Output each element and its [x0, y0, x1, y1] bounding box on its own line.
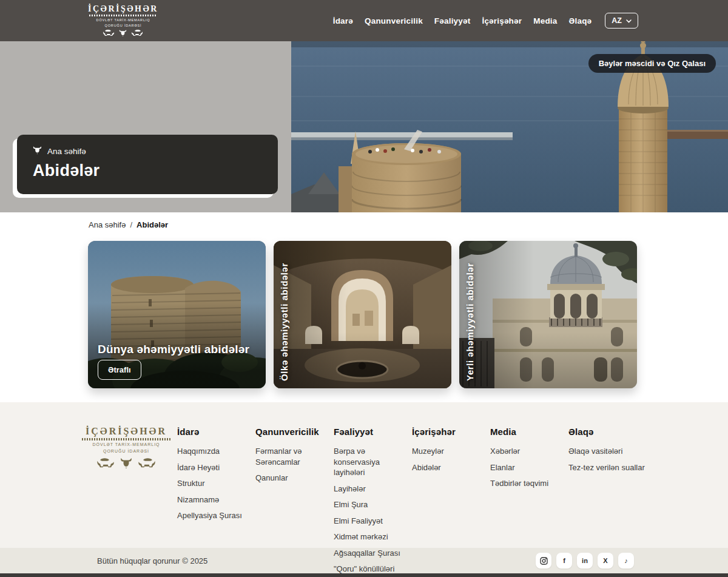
footer-link-xeberler[interactable]: Xəbərlər: [490, 446, 559, 457]
footer-link-tedbirler[interactable]: Tədbirlər təqvimi: [490, 478, 559, 489]
footer-link-idare-heyeti[interactable]: İdarə Heyəti: [177, 462, 246, 473]
page-title: Abidələr: [33, 161, 262, 180]
footer-link-xidmet[interactable]: Xidmət mərkəzi: [334, 531, 402, 542]
header: İÇƏRİŞƏHƏR DÖVLƏT TARİX-MEMARLIQ QORUĞU …: [0, 0, 728, 41]
logo-divider: [89, 15, 157, 16]
footer-link-fermanlar[interactable]: Fərmanlar və Sərəncamlar: [255, 446, 324, 467]
footer-col-title: İçərişəhər: [412, 427, 480, 437]
footer-col-media: Media Xəbərlər Elanlar Tədbirlər təqvimi: [490, 427, 559, 548]
logo-subtitle-line1: DÖVLƏT TARİX-MEMARLIQ: [88, 18, 158, 22]
footer-col-title: Əlaqə: [568, 427, 662, 437]
card-gradient-overlay: [459, 241, 637, 388]
language-label: AZ: [612, 16, 622, 25]
breadcrumb-current: Abidələr: [136, 220, 168, 229]
lion-icon: [96, 458, 115, 468]
card-gradient-overlay: [274, 241, 451, 388]
details-button[interactable]: Ətraflı: [98, 360, 141, 380]
breadcrumb: Ana səhifə/Abidələr: [89, 220, 728, 229]
card-country-monuments[interactable]: Ölkə əhəmiyyətli abidələr: [274, 241, 451, 388]
nav-item-media[interactable]: Media: [533, 16, 557, 25]
nav-item-elaqe[interactable]: Əlaqə: [569, 16, 592, 25]
footer-link-nizamname[interactable]: Nizamnamə: [177, 494, 246, 505]
bull-icon: [120, 458, 132, 468]
lion-icon: [138, 458, 156, 468]
breadcrumb-home-link[interactable]: Ana səhifə: [89, 220, 126, 229]
card-world-title: Dünya əhəmiyyətli abidələr: [98, 343, 249, 356]
linkedin-icon[interactable]: in: [577, 553, 593, 569]
footer-link-elmi-sura[interactable]: Elmi Şura: [334, 499, 402, 510]
logo-title: İÇƏRİŞƏHƏR: [88, 5, 158, 13]
footer-link-haqqimizda[interactable]: Haqqımızda: [177, 446, 246, 457]
footer-logo-subtitle-line2: QORUĞU İDARƏSİ: [81, 448, 172, 455]
footer-link-elaqe-vasiteleri[interactable]: Əlaqə vasitələri: [568, 446, 662, 457]
copyright-text: Bütün hüquqlar qorunur © 2025: [97, 556, 207, 565]
main-content: Ana səhifə/Abidələr: [0, 212, 728, 402]
card-country-title: Ölkə əhəmiyyətli abidələr: [279, 263, 289, 381]
footer-logo-subtitle-line1: DÖVLƏT TARİX-MEMARLIQ: [81, 442, 172, 448]
footer-logo-divider: [82, 438, 170, 440]
footer-link-elanlar[interactable]: Elanlar: [490, 462, 559, 473]
footer-col-icerisheher: İçərişəhər Muzeylər Abidələr: [412, 427, 480, 548]
footer-col-fealiyyet: Fəaliyyət Bərpa və konservasiya layihələ…: [334, 427, 402, 548]
bull-icon: [33, 146, 42, 156]
monument-cards: Dünya əhəmiyyətli abidələr Ətraflı: [88, 241, 728, 388]
footer-link-agsaqqallar[interactable]: Ağsaqqallar Şurası: [334, 548, 402, 559]
instagram-icon[interactable]: [536, 553, 551, 569]
hero-caption-badge: Bəylər məscidi və Qız Qalası: [588, 54, 716, 73]
footer-link-apellyasiya[interactable]: Apellyasiya Şurası: [177, 510, 246, 521]
footer-col-title: Fəaliyyət: [334, 427, 402, 437]
card-world-monuments[interactable]: Dünya əhəmiyyətli abidələr Ətraflı: [88, 241, 266, 388]
footer-link-faq[interactable]: Tez-tez verilən suallar: [568, 462, 662, 473]
footer: İÇƏRİŞƏHƏR DÖVLƏT TARİX-MEMARLIQ QORUĞU …: [0, 402, 728, 548]
footer-link-berpa[interactable]: Bərpa və konservasiya layihələri: [334, 446, 402, 478]
social-links: f in X ♪: [536, 553, 634, 569]
footer-col-title: İdarə: [177, 427, 246, 437]
language-selector[interactable]: AZ: [605, 13, 638, 29]
logo-subtitle-line2: QORUĞU İDARƏSİ: [88, 23, 158, 28]
hero-section: Bəylər məscidi və Qız Qalası Ana səhifə …: [0, 41, 728, 212]
nav-item-fealiyyet[interactable]: Fəaliyyət: [434, 16, 471, 25]
facebook-icon[interactable]: f: [556, 553, 572, 569]
footer-columns: İdarə Haqqımızda İdarə Heyəti Struktur N…: [177, 427, 662, 548]
tiktok-icon[interactable]: ♪: [618, 553, 634, 569]
page-title-box: Ana səhifə Abidələr: [17, 135, 278, 194]
card-local-monuments[interactable]: Yerli əhəmiyyətli abidələr: [459, 241, 637, 388]
footer-link-qoru[interactable]: "Qoru" könüllüləri: [334, 564, 402, 575]
nav-item-icerisheher[interactable]: İçərişəhər: [482, 16, 522, 25]
footer-col-title: Media: [490, 427, 559, 437]
card-local-title: Yerli əhəmiyyətli abidələr: [465, 263, 475, 381]
footer-logo-title: İÇƏRİŞƏHƏR: [81, 427, 172, 436]
lion-icon: [131, 30, 143, 36]
footer-link-abideler[interactable]: Abidələr: [412, 462, 480, 473]
footer-link-muzeyler[interactable]: Muzeylər: [412, 446, 480, 457]
main-nav: İdarə Qanunvericilik Fəaliyyət İçərişəhə…: [333, 13, 638, 29]
nav-item-qanunvericilik[interactable]: Qanunvericilik: [365, 16, 423, 25]
footer-col-idare: İdarə Haqqımızda İdarə Heyəti Struktur N…: [177, 427, 246, 548]
lion-icon: [103, 30, 115, 36]
bull-icon: [119, 30, 127, 36]
breadcrumb-separator: /: [130, 220, 132, 229]
hero-breadcrumb-label[interactable]: Ana səhifə: [47, 147, 86, 156]
footer-link-layiheler[interactable]: Layihələr: [334, 484, 402, 494]
chevron-down-icon: [626, 16, 632, 25]
x-icon[interactable]: X: [598, 553, 613, 569]
footer-link-elmi-fealiyyet[interactable]: Elmi Fəaliyyət: [334, 516, 402, 527]
footer-link-qanunlar[interactable]: Qanunlar: [255, 473, 324, 484]
footer-col-elaqe: Əlaqə Əlaqə vasitələri Tez-tez verilən s…: [568, 427, 662, 548]
footer-col-title: Qanunvericilik: [255, 427, 324, 437]
site-logo[interactable]: İÇƏRİŞƏHƏR DÖVLƏT TARİX-MEMARLIQ QORUĞU …: [88, 5, 158, 36]
footer-col-qanunvericilik: Qanunvericilik Fərmanlar və Sərəncamlar …: [255, 427, 324, 548]
footer-link-struktur[interactable]: Struktur: [177, 478, 246, 489]
footer-logo[interactable]: İÇƏRİŞƏHƏR DÖVLƏT TARİX-MEMARLIQ QORUĞU …: [81, 427, 172, 548]
nav-item-idare[interactable]: İdarə: [333, 16, 353, 25]
